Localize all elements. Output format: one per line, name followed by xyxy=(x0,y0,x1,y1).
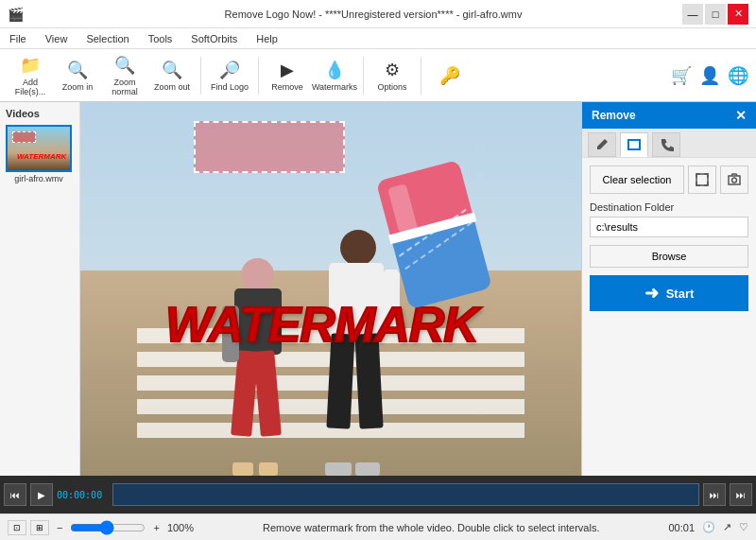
video-preview[interactable]: WATERMARK xyxy=(80,102,581,476)
menu-file[interactable]: File xyxy=(4,31,32,46)
panel-header: Remove ✕ xyxy=(582,102,756,129)
main-area: Videos WATERMARK girl-afro.wmv xyxy=(0,102,756,476)
toolbar-separator-3 xyxy=(363,57,364,95)
timeline-skip-start[interactable]: ⏮ xyxy=(4,483,26,506)
key-button[interactable]: 🔑 xyxy=(427,53,472,98)
zoom-in-button[interactable]: 🔍 Zoom in xyxy=(55,53,100,98)
remove-icon: ▶ xyxy=(281,60,294,80)
destination-folder-group: Destination Folder xyxy=(590,201,748,237)
clear-selection-button[interactable]: Clear selection xyxy=(590,165,684,194)
start-button[interactable]: ➜ Start xyxy=(590,275,748,311)
zoom-level: 100% xyxy=(167,522,194,533)
zoom-minus[interactable]: − xyxy=(53,522,66,533)
find-logo-icon: 🔎 xyxy=(219,60,240,80)
timeline-current-time: 00:00:00 xyxy=(57,490,109,500)
panel-close-button[interactable]: ✕ xyxy=(735,108,747,123)
toolbar-separator-2 xyxy=(258,57,259,95)
timeline-end[interactable]: ⏭ xyxy=(730,483,752,506)
tab-rectangle[interactable] xyxy=(620,132,648,157)
right-panel: Remove ✕ Clear s xyxy=(581,102,756,476)
zoom-out-label: Zoom out xyxy=(154,82,190,92)
find-logo-label: Find Logo xyxy=(211,82,249,92)
panel-content: Clear selection xyxy=(582,158,756,476)
status-icon-share[interactable]: ↗ xyxy=(723,521,731,533)
panel-tabs xyxy=(582,129,756,158)
timeline: ⏮ ▶ 00:00:00 ⏭ ⏭ xyxy=(0,476,756,514)
watermarks-icon: 💧 xyxy=(324,60,345,80)
minimize-button[interactable]: — xyxy=(682,4,703,25)
zoom-out-button[interactable]: 🔍 Zoom out xyxy=(149,53,195,98)
status-right: 00:01 🕐 ↗ ♡ xyxy=(668,521,748,533)
status-icon-1[interactable]: ⊡ xyxy=(8,520,26,535)
panel-title: Remove xyxy=(592,109,636,122)
add-files-icon: 📁 xyxy=(20,55,41,76)
selection-box[interactable] xyxy=(194,121,345,173)
toolbar-separator-4 xyxy=(421,57,421,95)
destination-folder-label: Destination Folder xyxy=(590,201,748,213)
start-label: Start xyxy=(666,287,695,301)
toolbar: 📁 Add File(s)... 🔍 Zoom in 🔍 Zoom normal… xyxy=(0,49,756,102)
menu-help[interactable]: Help xyxy=(250,31,284,46)
zoom-out-icon: 🔍 xyxy=(162,60,182,80)
status-bar: ⊡ ⊞ − + 100% Remove watermark from the w… xyxy=(0,514,756,540)
video-thumbnail[interactable]: WATERMARK girl-afro.wmv xyxy=(6,125,72,183)
toolbar-separator-1 xyxy=(200,57,201,95)
zoom-normal-icon: 🔍 xyxy=(114,55,135,76)
zoom-normal-button[interactable]: 🔍 Zoom normal xyxy=(102,53,147,98)
zoom-in-label: Zoom in xyxy=(62,82,94,92)
menu-view[interactable]: View xyxy=(40,31,74,46)
remove-button[interactable]: ▶ Remove xyxy=(265,53,310,98)
zoom-normal-label: Zoom normal xyxy=(102,78,147,96)
status-icon-heart[interactable]: ♡ xyxy=(739,521,748,533)
svg-point-9 xyxy=(732,178,737,183)
screenshot-icon-button[interactable] xyxy=(720,165,748,194)
menu-softorbits[interactable]: SoftOrbits xyxy=(185,31,243,46)
title-text: Remove Logo Now! - ****Unregistered vers… xyxy=(64,9,682,20)
menu-bar: File View Selection Tools SoftOrbits Hel… xyxy=(0,28,756,49)
thumb-image: WATERMARK xyxy=(6,125,72,172)
watermarks-button[interactable]: 💧 Watermarks xyxy=(312,53,357,98)
tab-phone[interactable] xyxy=(652,132,680,157)
menu-selection[interactable]: Selection xyxy=(80,31,134,46)
person-icon[interactable]: 👤 xyxy=(699,65,720,86)
zoom-in-icon: 🔍 xyxy=(67,60,88,80)
title-bar: 🎬 Remove Logo Now! - ****Unregistered ve… xyxy=(0,0,756,28)
add-files-button[interactable]: 📁 Add File(s)... xyxy=(8,53,53,98)
cart-icon[interactable]: 🛒 xyxy=(671,65,692,86)
options-button[interactable]: ⚙ Options xyxy=(369,53,415,98)
add-files-label: Add File(s)... xyxy=(15,78,46,96)
key-icon: 🔑 xyxy=(439,65,460,86)
timeline-skip-end[interactable]: ⏭ xyxy=(703,483,726,506)
status-icon-clock: 🕐 xyxy=(702,521,715,533)
status-message: Remove watermark from the whole video. D… xyxy=(194,522,668,533)
destination-folder-input[interactable] xyxy=(590,217,748,237)
tab-pencil[interactable] xyxy=(588,132,616,157)
menu-tools[interactable]: Tools xyxy=(143,31,179,46)
svg-rect-6 xyxy=(628,140,640,149)
zoom-slider[interactable] xyxy=(70,520,146,535)
options-label: Options xyxy=(377,82,406,92)
maximize-button[interactable]: □ xyxy=(705,4,726,25)
find-logo-button[interactable]: 🔎 Find Logo xyxy=(207,53,252,98)
status-left: ⊡ ⊞ − + 100% xyxy=(8,520,194,535)
start-arrow-icon: ➜ xyxy=(644,283,659,304)
browse-button[interactable]: Browse xyxy=(590,245,748,268)
watermarks-label: Watermarks xyxy=(312,82,357,92)
zoom-plus[interactable]: + xyxy=(149,522,163,533)
sidebar: Videos WATERMARK girl-afro.wmv xyxy=(0,102,80,476)
videos-title: Videos xyxy=(6,108,74,119)
status-icon-2[interactable]: ⊞ xyxy=(30,520,49,535)
svg-rect-7 xyxy=(696,174,708,185)
thumb-label: girl-afro.wmv xyxy=(6,174,72,183)
title-controls: — □ ✕ xyxy=(682,4,748,25)
close-button[interactable]: ✕ xyxy=(728,4,748,25)
options-icon: ⚙ xyxy=(385,60,400,80)
timeline-track[interactable] xyxy=(112,483,699,506)
icon-buttons xyxy=(688,165,748,194)
video-background: WATERMARK xyxy=(80,102,581,476)
timeline-play[interactable]: ▶ xyxy=(30,483,53,506)
remove-label: Remove xyxy=(271,82,303,92)
status-end-time: 00:01 xyxy=(668,522,695,533)
expand-icon-button[interactable] xyxy=(688,165,716,194)
globe-icon[interactable]: 🌐 xyxy=(728,65,748,86)
